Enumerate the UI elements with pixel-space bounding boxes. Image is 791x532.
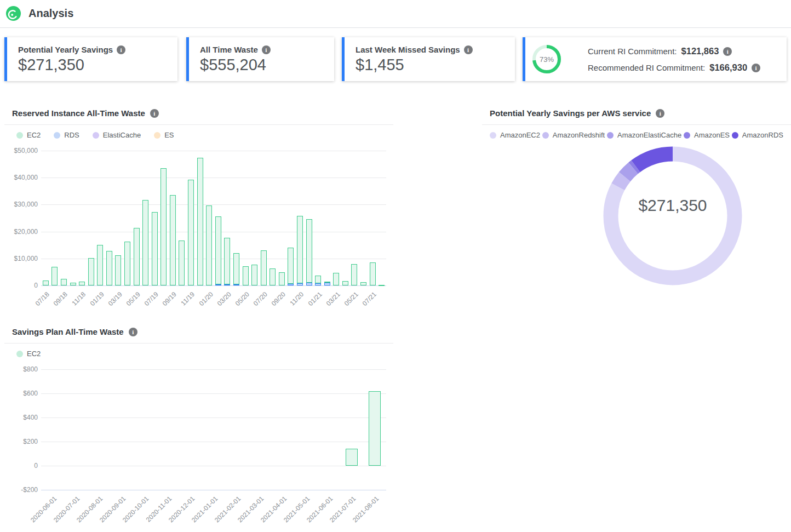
bar-EC2-03/19 xyxy=(115,255,121,285)
legend-item-AmazonRDS[interactable]: AmazonRDS xyxy=(732,131,783,139)
bar-RDS-03/20 xyxy=(224,284,230,285)
info-icon[interactable]: i xyxy=(656,109,664,118)
bar-EC2-04/19 xyxy=(124,242,130,285)
y-axis-label: $600 xyxy=(5,390,38,397)
gridline xyxy=(41,466,386,466)
bar-EC2-11/20 xyxy=(297,216,303,283)
gridline xyxy=(41,369,386,370)
bar-EC2-08/18 xyxy=(51,267,58,285)
donut-chart xyxy=(596,139,749,293)
gridline xyxy=(41,393,386,394)
legend-label: AmazonES xyxy=(694,131,730,139)
bar-EC2-01/19 xyxy=(97,245,103,285)
recommended-ri-commitment-row: Recommended RI Commitment: $166,930 i xyxy=(588,62,760,73)
bar-EC2-07/20 xyxy=(261,250,267,285)
gridline xyxy=(41,285,386,286)
bar-EC2-10/20 xyxy=(288,248,294,283)
bar-EC2-12/19 xyxy=(197,158,203,285)
bar-EC2-04/20 xyxy=(233,253,239,284)
y-axis-label: $200 xyxy=(5,438,38,445)
page-title: Analysis xyxy=(28,7,73,20)
y-axis-label: $40,000 xyxy=(5,174,38,181)
y-axis-label: $30,000 xyxy=(5,201,38,208)
legend-label: AmazonRDS xyxy=(742,131,783,139)
current-ri-commitment-value: $121,863 xyxy=(681,46,719,56)
bar-EC2-09/18 xyxy=(61,279,67,285)
legend-item-AmazonEC2[interactable]: AmazonEC2 xyxy=(490,131,540,139)
bar-RDS-12/20 xyxy=(306,283,312,285)
y-axis-label: $400 xyxy=(5,414,38,421)
bar-EC2-05/21 xyxy=(351,264,357,285)
y-axis-label: $800 xyxy=(5,365,38,373)
legend-dot-icon xyxy=(542,132,549,139)
gridline xyxy=(41,232,386,232)
bar-EC2-03/20 xyxy=(224,238,230,284)
bar-RDS-10/20 xyxy=(288,284,294,285)
kpi-card-last-week-missed-savings: Last Week Missed Savings i $1,455 xyxy=(342,37,515,81)
current-ri-commitment-label: Current RI Commitment: xyxy=(588,47,677,56)
bar-RDS-02/20 xyxy=(215,284,221,285)
info-icon[interactable]: i xyxy=(464,45,473,54)
y-axis-label: -$200 xyxy=(5,486,38,494)
legend-dot-icon xyxy=(490,132,496,139)
kpi-card-value: $1,455 xyxy=(356,56,404,74)
bar-EC2-07/18 xyxy=(43,281,49,285)
bar-EC2-10/19 xyxy=(179,241,185,285)
info-icon[interactable]: i xyxy=(752,64,760,72)
kpi-card-label: Potential Yearly Savings i xyxy=(18,45,125,54)
info-icon[interactable]: i xyxy=(262,45,271,54)
legend-label: AmazonEC2 xyxy=(500,131,540,139)
legend-dot-icon xyxy=(684,132,690,139)
y-axis-label: $50,000 xyxy=(5,147,38,155)
kpi-card-value: $271,350 xyxy=(18,56,84,74)
bar-RDS-11/20 xyxy=(297,283,303,285)
recommended-ri-commitment-value: $166,930 xyxy=(709,62,747,73)
app-logo-icon xyxy=(5,5,22,22)
bar-RDS-04/20 xyxy=(233,284,239,285)
gridline xyxy=(41,151,386,151)
bar-EC2-08/20 xyxy=(270,268,276,285)
bar-EC2-01/20 xyxy=(206,205,212,285)
savings-plan-waste-chart: Savings Plan All-Time Waste i EC2 $800$6… xyxy=(4,326,393,532)
y-axis-label: $10,000 xyxy=(5,255,38,262)
bar-EC2-12/20 xyxy=(306,219,312,283)
kpi-card-label: Last Week Missed Savings i xyxy=(356,45,473,54)
legend-item-AmazonRedshift[interactable]: AmazonRedshift xyxy=(542,131,605,139)
chart-plot-area: $50,000$40,000$30,000$20,000$10,000007/1… xyxy=(4,107,393,327)
bar-RDS-01/21 xyxy=(315,283,321,285)
kpi-card-label-text: Potential Yearly Savings xyxy=(18,45,113,54)
divider xyxy=(482,124,791,125)
info-icon[interactable]: i xyxy=(117,45,125,54)
bar-EC2-01/21 xyxy=(315,276,321,283)
donut-total-value: $271,350 xyxy=(596,196,749,215)
bar-EC2-02/19 xyxy=(106,251,112,285)
bar-EC2-05/20 xyxy=(243,266,249,285)
info-icon[interactable]: i xyxy=(723,47,732,56)
bar-RDS-02/21 xyxy=(324,283,330,285)
legend-item-AmazonElastiCache[interactable]: AmazonElastiCache xyxy=(607,131,681,139)
bar-EC2-08/21 xyxy=(379,285,385,286)
savings-per-service-chart: Potential Yearly Savings per AWS service… xyxy=(482,107,791,327)
reserved-instance-waste-chart: Reserved Instance All-Time Waste i EC2RD… xyxy=(4,107,393,327)
legend-dot-icon xyxy=(732,132,738,139)
legend-dot-icon xyxy=(607,132,614,139)
bar-EC2-02/21 xyxy=(324,282,330,283)
bar-EC2-11/18 xyxy=(79,282,85,285)
kpi-card-potential-yearly-savings: Potential Yearly Savings i $271,350 xyxy=(4,37,177,81)
y-axis-label: 0 xyxy=(5,462,38,470)
gridline xyxy=(41,490,386,490)
legend-item-AmazonES[interactable]: AmazonES xyxy=(684,131,730,139)
kpi-card-value: $555,204 xyxy=(200,56,266,74)
bar-EC2-2021-07-01 xyxy=(346,449,358,466)
app-header: Analysis xyxy=(0,0,791,28)
gridline xyxy=(41,442,386,442)
bar-EC2-10/18 xyxy=(70,283,76,285)
ri-commitment-progress-ring: 73% xyxy=(532,44,561,74)
current-ri-commitment-row: Current RI Commitment: $121,863 i xyxy=(588,46,732,56)
bar-EC2-03/21 xyxy=(333,273,339,285)
bar-EC2-05/19 xyxy=(134,228,140,285)
gridline xyxy=(41,417,386,418)
y-axis-label: 0 xyxy=(5,282,38,289)
kpi-card-label-text: Last Week Missed Savings xyxy=(356,45,460,54)
ri-commitment-card: 73% Current RI Commitment: $121,863 i Re… xyxy=(523,37,787,81)
